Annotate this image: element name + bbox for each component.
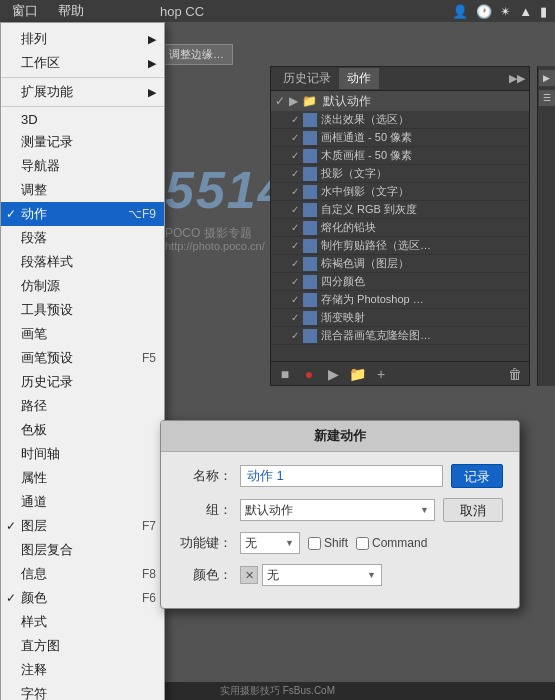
list-item[interactable]: ✓ 自定义 RGB 到灰度 <box>271 201 529 219</box>
wifi-icon: ▲ <box>519 4 532 19</box>
menu-item-arrange[interactable]: 排列 ▶ <box>1 27 164 51</box>
menu-item-history[interactable]: 历史记录 <box>1 370 164 394</box>
menu-item-measurement[interactable]: 测量记录 <box>1 130 164 154</box>
list-item[interactable]: ✓ 制作剪贴路径（选区… <box>271 237 529 255</box>
list-item[interactable]: ✓ 渐变映射 <box>271 309 529 327</box>
menu-item-label: 工具预设 <box>21 301 73 319</box>
person-icon: 👤 <box>452 4 468 19</box>
actions-group-header[interactable]: ✓ ▶ 📁 默认动作 <box>271 91 529 111</box>
menu-item-extensions[interactable]: 扩展功能 ▶ <box>1 80 164 104</box>
menu-item-label: 画笔 <box>21 325 47 343</box>
menu-item-workspace[interactable]: 工作区 ▶ <box>1 51 164 75</box>
menu-item-brush-presets[interactable]: 画笔预设 F5 <box>1 346 164 370</box>
funckey-select-wrapper: 无 <box>240 532 300 554</box>
name-label: 名称： <box>177 467 232 485</box>
menu-item-label: 导航器 <box>21 157 60 175</box>
list-item[interactable]: ✓ 淡出效果（选区） <box>271 111 529 129</box>
color-select-group: ✕ 无 <box>240 564 382 586</box>
menu-item-brush[interactable]: 画笔 <box>1 322 164 346</box>
menu-item-label: 3D <box>21 112 38 127</box>
action-icon <box>303 293 317 307</box>
menu-item-clone-source[interactable]: 仿制源 <box>1 274 164 298</box>
menu-item-histogram[interactable]: 直方图 <box>1 634 164 658</box>
right-panel-strip: ▶ ☰ <box>537 66 555 386</box>
record-button[interactable]: 记录 <box>451 464 503 488</box>
menu-item-info[interactable]: 信息 F8 <box>1 562 164 586</box>
new-action-button[interactable]: + <box>371 366 391 382</box>
menu-item-label: 通道 <box>21 493 47 511</box>
menu-item-channels[interactable]: 通道 <box>1 490 164 514</box>
list-item[interactable]: ✓ 画框通道 - 50 像素 <box>271 129 529 147</box>
arrow-icon: ▶ <box>148 33 156 46</box>
record-button[interactable]: ● <box>299 366 319 382</box>
menu-bar: 窗口 帮助 hop CC 👤 🕐 ✴ ▲ ▮ <box>0 0 555 22</box>
color-select-wrapper: 无 <box>262 564 382 586</box>
list-item[interactable]: ✓ 四分颜色 <box>271 273 529 291</box>
system-icons: 👤 🕐 ✴ ▲ ▮ <box>452 4 547 19</box>
funckey-select[interactable]: 无 <box>240 532 300 554</box>
dialog-color-row: 颜色： ✕ 无 <box>177 564 503 586</box>
dialog-title: 新建动作 <box>161 421 519 452</box>
delete-button[interactable]: 🗑 <box>505 366 525 382</box>
shift-checkbox-label: Shift <box>308 536 348 550</box>
name-input[interactable] <box>240 465 443 487</box>
funckey-label: 功能键： <box>177 534 232 552</box>
strip-button-2[interactable]: ☰ <box>539 90 555 106</box>
menu-item-layer-comp[interactable]: 图层复合 <box>1 538 164 562</box>
dialog-body: 名称： 记录 组： 默认动作 取消 功能键： 无 <box>161 452 519 608</box>
menu-item-styles[interactable]: 样式 <box>1 610 164 634</box>
list-item[interactable]: ✓ 水中倒影（文字） <box>271 183 529 201</box>
command-label: Command <box>372 536 427 550</box>
menu-item-color[interactable]: ✓ 颜色 F6 <box>1 586 164 610</box>
menu-item-navigator[interactable]: 导航器 <box>1 154 164 178</box>
menu-item-tool-presets[interactable]: 工具预设 <box>1 298 164 322</box>
tab-actions[interactable]: 动作 <box>339 68 379 89</box>
dialog-buttons: 记录 <box>451 464 503 488</box>
list-item[interactable]: ✓ 存储为 Photoshop … <box>271 291 529 309</box>
menu-item-swatches[interactable]: 色板 <box>1 418 164 442</box>
menu-help[interactable]: 帮助 <box>54 0 88 22</box>
cancel-button[interactable]: 取消 <box>443 498 503 522</box>
strip-button-1[interactable]: ▶ <box>539 70 555 86</box>
tab-history[interactable]: 历史记录 <box>275 68 339 89</box>
action-icon <box>303 149 317 163</box>
menu-item-notes[interactable]: 注释 <box>1 658 164 682</box>
color-select[interactable]: 无 <box>262 564 382 586</box>
menu-item-adjustments[interactable]: 调整 <box>1 178 164 202</box>
panel-toolbar: ■ ● ▶ 📁 + 🗑 <box>271 361 529 385</box>
shortcut-label: ⌥F9 <box>128 207 156 221</box>
menu-window[interactable]: 窗口 <box>8 0 42 22</box>
color-x-badge: ✕ <box>240 566 258 584</box>
list-item[interactable]: ✓ 棕褐色调（图层） <box>271 255 529 273</box>
menu-item-paths[interactable]: 路径 <box>1 394 164 418</box>
adjust-edge-button[interactable]: 调整边缘… <box>160 44 233 65</box>
menu-item-properties[interactable]: 属性 <box>1 466 164 490</box>
menu-item-paragraph[interactable]: 段落 <box>1 226 164 250</box>
group-select[interactable]: 默认动作 <box>240 499 435 521</box>
menu-item-3d[interactable]: 3D <box>1 109 164 130</box>
list-item[interactable]: ✓ 熔化的铅块 <box>271 219 529 237</box>
menu-item-actions[interactable]: ✓ 动作 ⌥F9 <box>1 202 164 226</box>
command-checkbox[interactable] <box>356 537 369 550</box>
action-icon <box>303 221 317 235</box>
menu-item-timeline[interactable]: 时间轴 <box>1 442 164 466</box>
menu-item-paragraph-styles[interactable]: 段落样式 <box>1 250 164 274</box>
menu-item-label: 注释 <box>21 661 47 679</box>
list-item[interactable]: ✓ 投影（文字） <box>271 165 529 183</box>
menu-item-layers[interactable]: ✓ 图层 F7 <box>1 514 164 538</box>
action-label: 自定义 RGB 到灰度 <box>321 202 417 217</box>
group-label: 组： <box>177 501 232 519</box>
stop-button[interactable]: ■ <box>275 366 295 382</box>
new-set-button[interactable]: 📁 <box>347 366 367 382</box>
panel-tabs: 历史记录 动作 ▶▶ <box>271 67 529 91</box>
list-item[interactable]: ✓ 木质画框 - 50 像素 <box>271 147 529 165</box>
panel-more-button[interactable]: ▶▶ <box>509 72 525 85</box>
list-item[interactable]: ✓ 混合器画笔克隆绘图… <box>271 327 529 345</box>
menu-item-label: 直方图 <box>21 637 60 655</box>
shift-checkbox[interactable] <box>308 537 321 550</box>
action-icon <box>303 131 317 145</box>
play-button[interactable]: ▶ <box>323 366 343 382</box>
menu-item-character[interactable]: 字符 <box>1 682 164 700</box>
menu-item-label: 属性 <box>21 469 47 487</box>
action-label: 制作剪贴路径（选区… <box>321 238 431 253</box>
